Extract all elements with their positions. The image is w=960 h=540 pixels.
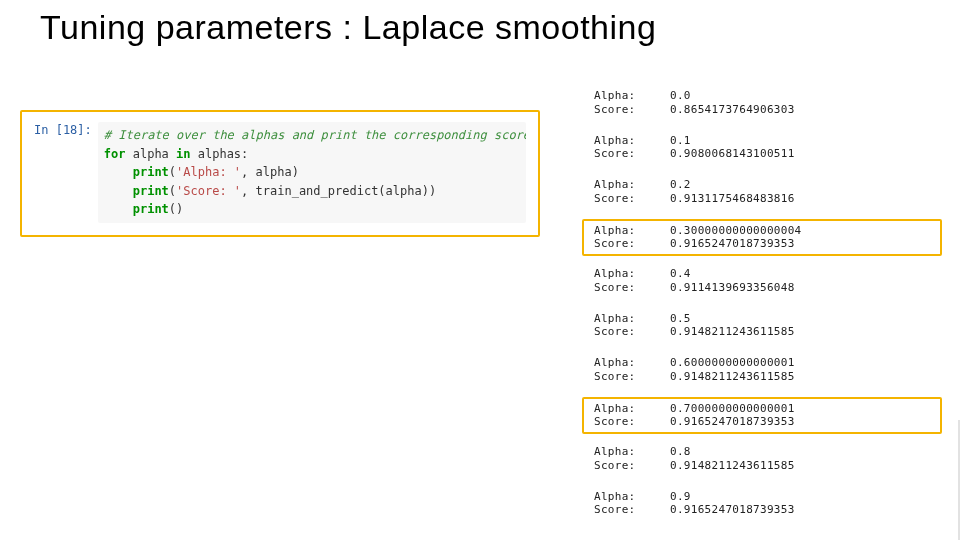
result-alpha-row: Alpha:0.5 — [594, 312, 940, 326]
result-pair: Alpha:0.0Score:0.8654173764906303 — [582, 85, 942, 121]
result-pair: Alpha:0.8Score:0.9148211243611585 — [582, 441, 942, 477]
kw-print: print — [133, 202, 169, 216]
score-value: 0.9165247018739353 — [670, 415, 940, 429]
score-value: 0.9080068143100511 — [670, 147, 940, 161]
alpha-label: Alpha: — [594, 490, 670, 504]
score-label: Score: — [594, 147, 670, 161]
slide: Tuning parameters : Laplace smoothing In… — [0, 0, 960, 540]
code-comment: # Iterate over the alphas and print the … — [104, 128, 526, 142]
result-pair: Alpha:0.7000000000000001Score:0.91652470… — [582, 397, 942, 435]
result-pair: Alpha:0.30000000000000004Score:0.9165247… — [582, 219, 942, 257]
kw-for: for — [104, 147, 126, 161]
result-alpha-row: Alpha:0.0 — [594, 89, 940, 103]
result-score-row: Score:0.9114139693356048 — [594, 281, 940, 295]
result-alpha-row: Alpha:0.7000000000000001 — [594, 402, 940, 416]
result-pair: Alpha:0.2Score:0.9131175468483816 — [582, 174, 942, 210]
result-alpha-row: Alpha:0.2 — [594, 178, 940, 192]
slide-title: Tuning parameters : Laplace smoothing — [40, 8, 900, 47]
alpha-label: Alpha: — [594, 134, 670, 148]
result-alpha-row: Alpha:0.8 — [594, 445, 940, 459]
kw-print: print — [133, 165, 169, 179]
alpha-label: Alpha: — [594, 178, 670, 192]
result-score-row: Score:0.9165247018739353 — [594, 415, 940, 429]
alpha-label: Alpha: — [594, 445, 670, 459]
score-value: 0.9148211243611585 — [670, 370, 940, 384]
result-score-row: Score:0.9165247018739353 — [594, 503, 940, 517]
code-cell: In [18]: # Iterate over the alphas and p… — [20, 110, 540, 237]
score-label: Score: — [594, 237, 670, 251]
alpha-value: 0.2 — [670, 178, 940, 192]
score-value: 0.9148211243611585 — [670, 325, 940, 339]
score-value: 0.8654173764906303 — [670, 103, 940, 117]
score-value: 0.9114139693356048 — [670, 281, 940, 295]
code-block: # Iterate over the alphas and print the … — [98, 122, 526, 223]
alpha-value: 0.30000000000000004 — [670, 224, 940, 238]
alpha-value: 0.4 — [670, 267, 940, 281]
alpha-label: Alpha: — [594, 267, 670, 281]
alpha-value: 0.6000000000000001 — [670, 356, 940, 370]
alpha-label: Alpha: — [594, 89, 670, 103]
result-score-row: Score:0.9148211243611585 — [594, 459, 940, 473]
score-value: 0.9165247018739353 — [670, 237, 940, 251]
input-prompt: In [18]: — [34, 122, 98, 139]
alpha-label: Alpha: — [594, 402, 670, 416]
result-alpha-row: Alpha:0.9 — [594, 490, 940, 504]
alpha-value: 0.1 — [670, 134, 940, 148]
result-score-row: Score:0.9165247018739353 — [594, 237, 940, 251]
result-alpha-row: Alpha:0.4 — [594, 267, 940, 281]
str-score: 'Score: ' — [176, 184, 241, 198]
result-score-row: Score:0.9148211243611585 — [594, 370, 940, 384]
result-pair: Alpha:0.4Score:0.9114139693356048 — [582, 263, 942, 299]
score-label: Score: — [594, 103, 670, 117]
alpha-label: Alpha: — [594, 224, 670, 238]
score-label: Score: — [594, 415, 670, 429]
score-value: 0.9131175468483816 — [670, 192, 940, 206]
score-label: Score: — [594, 503, 670, 517]
score-label: Score: — [594, 325, 670, 339]
result-score-row: Score:0.8654173764906303 — [594, 103, 940, 117]
result-score-row: Score:0.9131175468483816 — [594, 192, 940, 206]
alpha-label: Alpha: — [594, 356, 670, 370]
result-pair: Alpha:0.6000000000000001Score:0.91482112… — [582, 352, 942, 388]
kw-in: in — [176, 147, 190, 161]
result-pair: Alpha:0.1Score:0.9080068143100511 — [582, 130, 942, 166]
score-value: 0.9148211243611585 — [670, 459, 940, 473]
kw-print: print — [133, 184, 169, 198]
score-label: Score: — [594, 370, 670, 384]
alpha-label: Alpha: — [594, 312, 670, 326]
alpha-value: 0.9 — [670, 490, 940, 504]
alpha-value: 0.0 — [670, 89, 940, 103]
score-label: Score: — [594, 192, 670, 206]
result-score-row: Score:0.9148211243611585 — [594, 325, 940, 339]
result-pair: Alpha:0.5Score:0.9148211243611585 — [582, 308, 942, 344]
str-alpha: 'Alpha: ' — [176, 165, 241, 179]
alpha-value: 0.7000000000000001 — [670, 402, 940, 416]
result-alpha-row: Alpha:0.1 — [594, 134, 940, 148]
result-alpha-row: Alpha:0.6000000000000001 — [594, 356, 940, 370]
score-label: Score: — [594, 459, 670, 473]
code-row: In [18]: # Iterate over the alphas and p… — [34, 122, 526, 223]
result-score-row: Score:0.9080068143100511 — [594, 147, 940, 161]
result-pair: Alpha:0.9Score:0.9165247018739353 — [582, 486, 942, 522]
output-column: Alpha:0.0Score:0.8654173764906303Alpha:0… — [582, 85, 942, 530]
score-value: 0.9165247018739353 — [670, 503, 940, 517]
alpha-value: 0.5 — [670, 312, 940, 326]
alpha-value: 0.8 — [670, 445, 940, 459]
score-label: Score: — [594, 281, 670, 295]
result-alpha-row: Alpha:0.30000000000000004 — [594, 224, 940, 238]
